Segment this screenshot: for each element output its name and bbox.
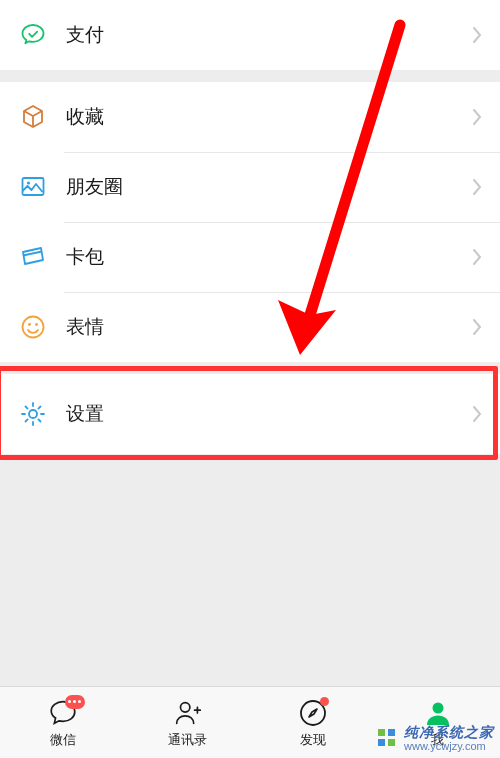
row-label: 卡包 bbox=[66, 244, 472, 270]
svg-point-4 bbox=[35, 323, 38, 326]
wechat-pay-icon bbox=[18, 20, 48, 50]
chat-bubble-icon bbox=[47, 697, 79, 729]
svg-point-8 bbox=[432, 702, 443, 713]
section-gap bbox=[0, 362, 500, 374]
card-icon bbox=[18, 242, 48, 272]
tab-me[interactable]: 我 bbox=[375, 687, 500, 758]
chevron-right-icon bbox=[472, 405, 482, 423]
smile-icon bbox=[18, 312, 48, 342]
tab-label: 通讯录 bbox=[168, 731, 207, 749]
svg-point-5 bbox=[29, 410, 37, 418]
gear-icon bbox=[18, 399, 48, 429]
contacts-icon bbox=[172, 697, 204, 729]
row-fav[interactable]: 收藏 bbox=[0, 82, 500, 152]
section-pay: 支付 bbox=[0, 0, 500, 70]
tab-bar: 微信 通讯录 发现 bbox=[0, 686, 500, 758]
row-settings[interactable]: 设置 bbox=[0, 374, 500, 454]
image-icon bbox=[18, 172, 48, 202]
tab-label: 我 bbox=[431, 731, 444, 749]
cube-icon bbox=[18, 102, 48, 132]
row-pay[interactable]: 支付 bbox=[0, 0, 500, 70]
person-icon bbox=[422, 697, 454, 729]
tab-discover[interactable]: 发现 bbox=[250, 687, 375, 758]
svg-point-1 bbox=[27, 181, 30, 184]
tab-contacts[interactable]: 通讯录 bbox=[125, 687, 250, 758]
tab-label: 微信 bbox=[50, 731, 76, 749]
chevron-right-icon bbox=[472, 178, 482, 196]
row-cards[interactable]: 卡包 bbox=[0, 222, 500, 292]
row-label: 支付 bbox=[66, 22, 472, 48]
tab-chat[interactable]: 微信 bbox=[0, 687, 125, 758]
chevron-right-icon bbox=[472, 26, 482, 44]
chevron-right-icon bbox=[472, 108, 482, 126]
svg-point-2 bbox=[23, 317, 44, 338]
section-main: 收藏 朋友圈 bbox=[0, 82, 500, 362]
row-sticker[interactable]: 表情 bbox=[0, 292, 500, 362]
chevron-right-icon bbox=[472, 248, 482, 266]
section-settings: 设置 bbox=[0, 374, 500, 454]
row-label: 设置 bbox=[66, 401, 472, 427]
svg-point-6 bbox=[180, 702, 189, 711]
row-label: 表情 bbox=[66, 314, 472, 340]
compass-icon bbox=[297, 697, 329, 729]
row-label: 朋友圈 bbox=[66, 174, 472, 200]
section-gap bbox=[0, 70, 500, 82]
tab-label: 发现 bbox=[300, 731, 326, 749]
row-moments[interactable]: 朋友圈 bbox=[0, 152, 500, 222]
row-label: 收藏 bbox=[66, 104, 472, 130]
svg-point-3 bbox=[28, 323, 31, 326]
chevron-right-icon bbox=[472, 318, 482, 336]
